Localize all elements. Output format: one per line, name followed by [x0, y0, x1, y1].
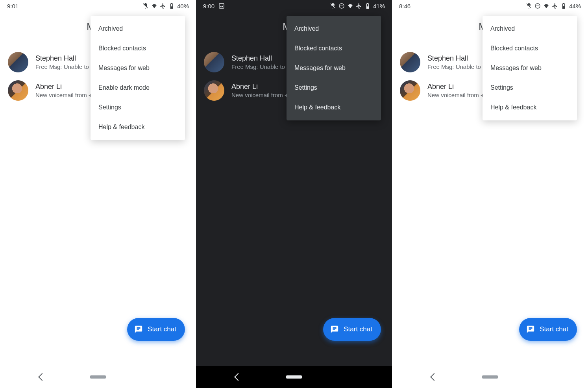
wifi-icon	[151, 3, 157, 9]
battery-icon	[168, 3, 175, 9]
status-right: 41%	[330, 3, 385, 9]
wifi-icon	[347, 3, 353, 9]
dnd-icon	[534, 3, 541, 9]
conversation-text: Abner Li New voicemail from +1	[231, 83, 291, 98]
home-pill[interactable]	[90, 375, 106, 379]
overflow-menu: Archived Blocked contacts Messages for w…	[91, 16, 185, 140]
bell-off-icon	[526, 3, 532, 9]
menu-archived[interactable]: Archived	[91, 19, 185, 39]
menu-help-feedback[interactable]: Help & feedback	[483, 98, 577, 117]
airplane-icon	[356, 3, 362, 9]
home-pill[interactable]	[482, 375, 498, 379]
menu-messages-web[interactable]: Messages for web	[483, 58, 577, 78]
svg-rect-2	[219, 4, 224, 8]
conversation-text: Stephen Hall Free Msg: Unable to se	[35, 54, 97, 70]
airplane-icon	[160, 3, 166, 9]
menu-help-feedback[interactable]: Help & feedback	[287, 98, 381, 117]
avatar[interactable]	[8, 80, 28, 101]
avatar[interactable]	[204, 52, 224, 72]
status-time: 9:01	[7, 3, 18, 9]
chat-icon	[330, 325, 339, 334]
menu-blocked[interactable]: Blocked contacts	[91, 39, 185, 58]
screen-1: 9:01 40% Mess Stephen Hall Free Msg: Una…	[0, 0, 196, 388]
status-left: 9:00	[203, 3, 225, 9]
conversation-snippet: New voicemail from +1	[35, 92, 95, 98]
nav-bar	[392, 366, 588, 388]
avatar[interactable]	[400, 52, 420, 72]
wifi-icon	[543, 3, 549, 9]
menu-settings[interactable]: Settings	[91, 98, 185, 117]
conversation-name: Abner Li	[231, 83, 291, 91]
bell-off-icon	[142, 3, 149, 9]
conversation-snippet: Free Msg: Unable to se	[231, 63, 293, 70]
menu-archived[interactable]: Archived	[287, 19, 381, 39]
conversation-name: Abner Li	[427, 83, 487, 91]
menu-enable-dark[interactable]: Enable dark mode	[91, 78, 185, 98]
conversation-name: Stephen Hall	[427, 54, 489, 63]
svg-rect-6	[367, 6, 368, 8]
avatar[interactable]	[8, 52, 28, 72]
status-bar: 9:00 41%	[196, 0, 392, 12]
screen-2: 9:00 41% Mess Stephen Hall Free Msg: Una…	[196, 0, 392, 388]
menu-messages-web[interactable]: Messages for web	[287, 58, 381, 78]
screen-3: 8:46 44% Mess Stephen Hall Free Msg: Una…	[392, 0, 588, 388]
status-right: 44%	[526, 3, 581, 9]
svg-rect-1	[171, 6, 172, 8]
dnd-icon	[338, 3, 345, 9]
conversation-snippet: Free Msg: Unable to se	[35, 63, 97, 70]
avatar[interactable]	[400, 80, 420, 101]
overflow-menu: Archived Blocked contacts Messages for w…	[287, 16, 381, 120]
status-battery: 44%	[569, 3, 581, 9]
nav-bar	[196, 366, 392, 388]
status-battery: 40%	[177, 3, 189, 9]
conversation-snippet: Free Msg: Unable to se	[427, 63, 489, 70]
bell-off-icon	[330, 3, 336, 9]
menu-settings[interactable]: Settings	[483, 78, 577, 98]
start-chat-button[interactable]: Start chat	[519, 318, 577, 341]
menu-blocked[interactable]: Blocked contacts	[483, 39, 577, 58]
avatar[interactable]	[204, 80, 224, 101]
status-bar: 9:01 40%	[0, 0, 196, 12]
menu-archived[interactable]: Archived	[483, 19, 577, 39]
airplane-icon	[552, 3, 558, 9]
fab-label: Start chat	[344, 325, 372, 333]
chat-icon	[134, 325, 143, 334]
menu-blocked[interactable]: Blocked contacts	[287, 39, 381, 58]
conversation-snippet: New voicemail from +1	[427, 92, 487, 98]
chat-icon	[526, 325, 535, 334]
battery-icon	[560, 3, 567, 9]
back-button[interactable]	[430, 373, 438, 381]
conversation-snippet: New voicemail from +1	[231, 92, 291, 98]
conversation-text: Abner Li New voicemail from +1	[427, 83, 487, 98]
menu-help-feedback[interactable]: Help & feedback	[91, 117, 185, 137]
status-right: 40%	[142, 3, 189, 9]
overflow-menu: Archived Blocked contacts Messages for w…	[483, 16, 577, 120]
fab-label: Start chat	[148, 325, 176, 333]
status-battery: 41%	[373, 3, 385, 9]
conversation-text: Stephen Hall Free Msg: Unable to se	[427, 54, 489, 70]
back-button[interactable]	[234, 373, 242, 381]
conversation-text: Stephen Hall Free Msg: Unable to se	[231, 54, 293, 70]
status-time: 8:46	[399, 3, 410, 9]
conversation-text: Abner Li New voicemail from +1	[35, 83, 95, 98]
status-bar: 8:46 44%	[392, 0, 588, 12]
conversation-name: Stephen Hall	[231, 54, 293, 63]
back-button[interactable]	[38, 373, 46, 381]
conversation-name: Stephen Hall	[35, 54, 97, 63]
start-chat-button[interactable]: Start chat	[127, 318, 185, 341]
image-icon	[218, 3, 225, 9]
status-time: 9:00	[203, 3, 214, 9]
battery-icon	[364, 3, 371, 9]
start-chat-button[interactable]: Start chat	[323, 318, 381, 341]
nav-bar	[0, 366, 196, 388]
home-pill[interactable]	[286, 375, 302, 379]
menu-messages-web[interactable]: Messages for web	[91, 58, 185, 78]
fab-label: Start chat	[540, 325, 568, 333]
menu-settings[interactable]: Settings	[287, 78, 381, 98]
conversation-name: Abner Li	[35, 83, 95, 91]
svg-rect-10	[563, 6, 564, 8]
